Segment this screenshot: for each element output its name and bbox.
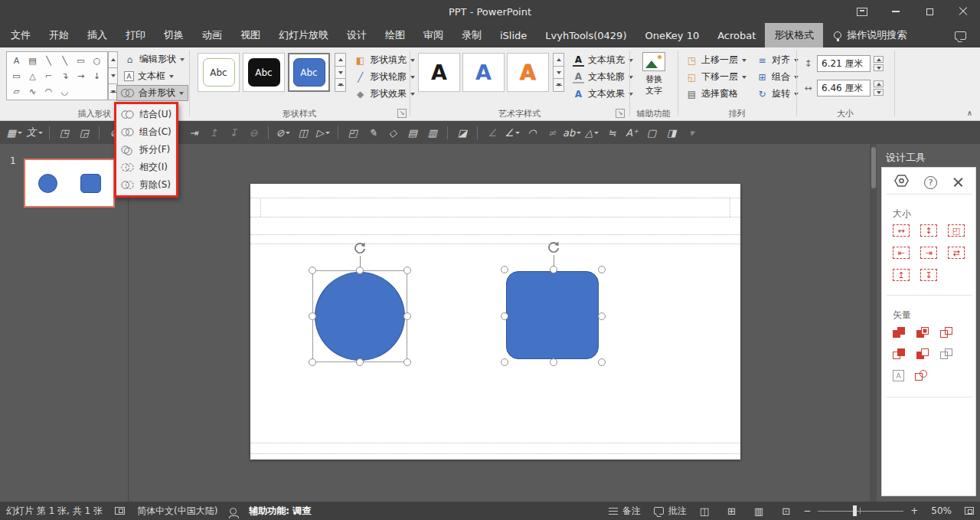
vertical-scrollbar[interactable] [870, 144, 877, 502]
ribbon-tab[interactable]: 文件 [2, 23, 40, 47]
text-outline-button[interactable]: A 文本轮廓 [569, 69, 637, 85]
toolbar-icon[interactable]: ◠ [523, 124, 541, 141]
toolbar-icon[interactable]: ↧ [224, 124, 243, 141]
shape-styles-dialog-launcher[interactable]: ↘ [397, 109, 407, 118]
bring-forward-button[interactable]: ◳ 上移一层 [682, 52, 750, 68]
help-icon[interactable]: ? [924, 176, 937, 189]
toolbar-icon[interactable]: ∠ [503, 124, 521, 141]
ribbon-tab[interactable]: 审阅 [414, 23, 452, 47]
gallery-shape[interactable]: A [9, 54, 24, 67]
width-up-button[interactable] [874, 80, 884, 87]
resize-handle[interactable] [501, 358, 508, 366]
collapse-ribbon-button[interactable]: ∧ [967, 109, 972, 117]
send-backward-button[interactable]: ◱ 下移一层 [682, 69, 750, 85]
resize-handle[interactable] [550, 266, 557, 273]
toolbar-icon[interactable]: ◰ [344, 124, 362, 141]
language-indicator[interactable]: 简体中文(中国大陆) [137, 505, 217, 518]
menu-item-union[interactable]: 结合(U) [116, 106, 176, 123]
rounded-square-shape[interactable] [506, 271, 599, 359]
gallery-shape[interactable]: ↴ [57, 69, 72, 83]
ribbon-display-options-button[interactable] [845, 0, 879, 23]
fit-to-window-icon[interactable] [965, 507, 974, 515]
resize-handle[interactable] [356, 267, 364, 274]
styles-down-button[interactable] [335, 67, 346, 80]
wordart-thumb-3[interactable]: A [507, 53, 549, 92]
notes-button[interactable]: 备注 [609, 505, 641, 518]
alt-text-button[interactable]: 替换 文字 [635, 52, 672, 101]
zoom-slider-thumb[interactable] [853, 505, 857, 516]
toolbar-icon[interactable] [477, 126, 478, 139]
ribbon-tab[interactable]: 插入 [78, 23, 116, 47]
size-tool-icon[interactable]: ◰ [948, 224, 965, 237]
ribbon-tab[interactable]: 录制 [452, 23, 491, 47]
selected-rounded-square-shape[interactable] [505, 270, 601, 361]
wordart-more-button[interactable] [553, 79, 564, 92]
resize-handle[interactable] [309, 267, 316, 274]
align-button[interactable]: ≡ 对齐 [753, 52, 802, 68]
gallery-shape[interactable]: ╲ [57, 54, 72, 67]
toolbar-icon[interactable]: A⁺ [622, 124, 641, 141]
styles-up-button[interactable] [335, 53, 346, 67]
scrollbar-thumb[interactable] [871, 147, 876, 188]
text-fill-button[interactable]: A 文本填充 [569, 52, 637, 68]
ribbon-tab[interactable]: 打印 [116, 23, 155, 47]
selected-circle-shape[interactable] [312, 270, 407, 362]
toolbar-icon[interactable]: ◨ [662, 124, 681, 141]
shape-fill-button[interactable]: ◧ 形状填充 [351, 52, 419, 68]
settings-gear-icon[interactable] [894, 174, 909, 191]
size-tool-icon[interactable]: ↧ [920, 269, 937, 281]
accessibility-status[interactable]: 辅助功能: 调查 [249, 505, 311, 518]
toolbar-icon[interactable]: ↥ [204, 124, 223, 141]
shape-width-input[interactable]: 6.46 厘米 [817, 80, 871, 96]
circle-shape[interactable] [315, 272, 405, 361]
slide-thumbnail-1[interactable] [24, 159, 115, 208]
wordart-down-button[interactable] [553, 67, 564, 80]
vector-crop-icon[interactable] [940, 348, 953, 360]
wordart-dialog-launcher[interactable]: ↘ [616, 109, 625, 118]
toolbar-icon[interactable]: ≠ [543, 124, 561, 141]
toolbar-icon[interactable]: ⇥ [185, 124, 203, 141]
menu-item-intersect[interactable]: 相交(I) [116, 159, 176, 176]
toolbar-icon[interactable] [338, 126, 338, 139]
menu-item-fragment[interactable]: 拆分(F) [116, 141, 176, 159]
toolbar-icon[interactable]: ◲ [75, 124, 93, 141]
gallery-shape[interactable]: ○ [90, 54, 104, 67]
text-box-button[interactable]: A 文本框 [120, 68, 178, 84]
vector-subtract-icon[interactable] [940, 327, 953, 338]
text-effects-button[interactable]: A 文本效果 [569, 86, 637, 102]
gallery-shape[interactable]: △ [25, 69, 40, 83]
shape-style-thumb-3-selected[interactable]: Abc [288, 53, 330, 92]
toolbar-icon[interactable]: ▢ [642, 124, 661, 141]
rotate-handle[interactable] [546, 240, 561, 255]
ribbon-tab[interactable]: 形状格式 [765, 23, 823, 47]
resize-handle[interactable] [309, 358, 316, 366]
zoom-percentage[interactable]: 50% [931, 505, 952, 516]
toolbar-icon[interactable]: ◇ [384, 124, 402, 141]
shape-style-thumb-2[interactable]: Abc [243, 53, 285, 92]
zoom-slider[interactable] [818, 505, 903, 516]
toolbar-icon[interactable]: ∠ [483, 124, 501, 141]
ribbon-tab[interactable]: 设计 [338, 23, 376, 47]
group-button[interactable]: ⊞ 组合 [753, 69, 802, 85]
toolbar-icon[interactable]: ▥ [423, 124, 442, 141]
gallery-shape[interactable]: ∿ [25, 84, 40, 98]
resize-handle[interactable] [598, 266, 606, 273]
toolbar-icon[interactable]: ⊘ [274, 124, 292, 141]
ribbon-tab[interactable]: 开始 [40, 23, 78, 47]
size-tool-icon[interactable]: ↥ [893, 269, 910, 281]
wordart-thumb-1[interactable]: A [418, 53, 460, 92]
close-button[interactable] [946, 0, 980, 23]
resize-handle[interactable] [501, 312, 508, 320]
size-tool-icon[interactable]: ⇥ [920, 247, 937, 259]
toolbar-icon[interactable]: ✎ [364, 124, 382, 141]
panel-close-icon[interactable] [952, 177, 963, 188]
shape-height-input[interactable]: 6.21 厘米 [817, 55, 871, 72]
gallery-shape[interactable]: ▭ [9, 69, 24, 83]
toolbar-icon[interactable]: ⊖ [244, 124, 263, 141]
toolbar-icon[interactable]: ◫ [294, 124, 312, 141]
ribbon-tab[interactable]: iSlide [491, 23, 536, 47]
toolbar-icon[interactable]: ▾ [682, 124, 701, 141]
toolbar-icon[interactable]: 文 [25, 124, 44, 141]
resize-handle[interactable] [598, 312, 606, 320]
toolbar-icon[interactable]: ▤ [403, 124, 422, 141]
